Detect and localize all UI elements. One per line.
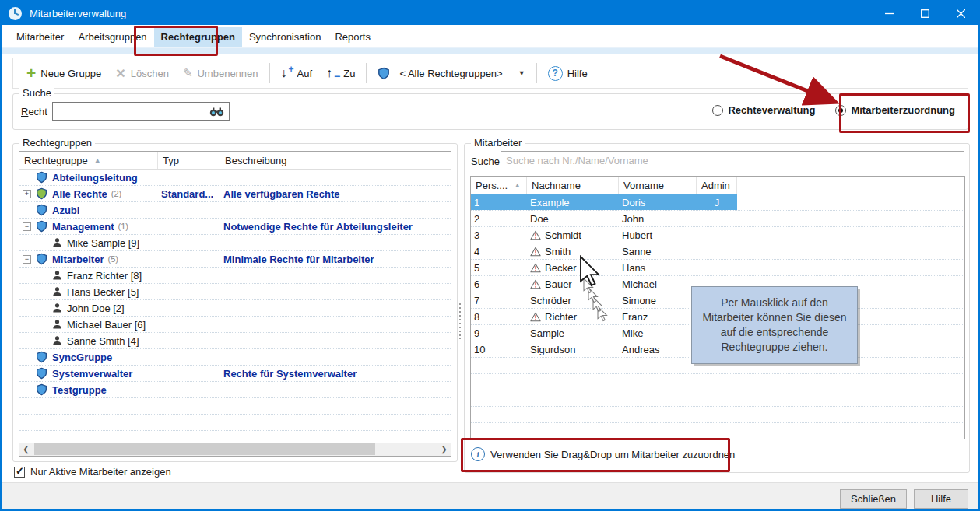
active-only-checkbox-row[interactable]: Nur Aktive Mitarbeiter anzeigen <box>14 466 171 478</box>
tree-row[interactable]: SyncGruppe <box>19 349 451 366</box>
active-only-checkbox-label: Nur Aktive Mitarbeiter anzeigen <box>30 466 171 478</box>
delete-button[interactable]: ✕ Löschen <box>108 63 176 83</box>
minus-mark: − <box>334 70 340 82</box>
employee-nr: 4 <box>471 243 527 259</box>
tree-row[interactable]: Franz Richter [8] <box>19 268 451 284</box>
tree-item-description <box>220 349 451 365</box>
column-header-vorname[interactable]: Vorname <box>619 177 697 194</box>
checkbox-checked-icon[interactable] <box>14 467 25 478</box>
scroll-right-icon[interactable]: ❯ <box>437 443 451 456</box>
employee-row[interactable]: 4SmithSanne <box>471 243 964 260</box>
tree-item-typ <box>158 333 220 348</box>
new-group-label: Neue Gruppe <box>40 68 101 79</box>
tree-row[interactable]: Sanne Smith [4] <box>19 333 451 349</box>
column-header-typ[interactable]: Typ <box>158 152 220 169</box>
column-header-rechtegruppe[interactable]: Rechtegruppe▲ <box>19 152 158 169</box>
tree-item-typ <box>158 202 220 218</box>
scroll-left-icon[interactable]: ❮ <box>19 443 33 456</box>
collapse-icon[interactable]: − <box>23 255 31 264</box>
tree-row[interactable]: Hans Becker [5] <box>19 284 451 300</box>
employee-nr: 7 <box>471 292 527 308</box>
employee-search-input[interactable] <box>501 151 964 170</box>
employee-vorname: John <box>619 211 697 226</box>
arrow-down-plus-icon: ↓ <box>281 66 287 80</box>
warning-icon <box>530 312 541 322</box>
column-header-admin[interactable]: Admin <box>697 177 737 194</box>
collapse-all-button[interactable]: ↑− Zu <box>319 63 362 83</box>
tree-item-label: Abteilungsleitung <box>52 172 138 184</box>
tree-row[interactable]: Abteilungsleitung <box>19 170 451 186</box>
title-bar: Mitarbeiterverwaltung <box>2 2 978 25</box>
collapse-icon[interactable]: − <box>23 222 31 231</box>
rename-button[interactable]: ✎ Umbenennen <box>176 63 265 83</box>
employee-filler <box>737 194 964 210</box>
employee-row[interactable]: 1ExampleDorisJ <box>471 194 964 211</box>
expand-icon[interactable]: + <box>23 190 31 198</box>
horizontal-scrollbar[interactable]: ❮ ❯ <box>19 443 451 456</box>
tree-row[interactable]: +Alle Rechte(2)Standard...Alle verfügbar… <box>19 186 451 202</box>
tree-row[interactable]: Testgruppe <box>19 382 451 398</box>
tree-item-label: Michael Bauer [6] <box>67 319 146 331</box>
column-header-beschreibung[interactable]: Beschreibung <box>220 152 451 169</box>
employee-nachname: Doe <box>527 211 619 226</box>
tree-row[interactable]: Mike Sample [9] <box>19 235 451 251</box>
employee-nachname: Schröder <box>527 292 619 308</box>
warning-icon <box>530 263 541 273</box>
tab-synchronisation[interactable]: Synchronisation <box>242 27 328 47</box>
tree-item-description <box>220 300 451 316</box>
tree-item-label: Alle Rechte <box>52 188 107 200</box>
tree-item-description <box>220 268 451 283</box>
tree-item-description: Notwendige Rechte für Abteilungsleiter <box>220 219 451 234</box>
employee-nachname: Sample <box>527 325 619 341</box>
employee-nr: 6 <box>471 276 527 292</box>
member-count: (1) <box>118 222 128 231</box>
tree-item-typ: Standard... <box>158 186 220 201</box>
person-icon <box>52 270 62 281</box>
close-button[interactable] <box>943 2 978 25</box>
member-count: (5) <box>107 254 118 264</box>
delete-label: Löschen <box>131 68 169 79</box>
tab-reports[interactable]: Reports <box>328 27 378 47</box>
employee-row[interactable]: 3SchmidtHubert <box>471 227 964 243</box>
tree-item-description: Alle verfügbaren Rechte <box>220 186 451 201</box>
panel-splitter-handle[interactable] <box>458 303 462 339</box>
employee-search-label: Suche <box>471 156 500 167</box>
chevron-down-icon: ▼ <box>518 69 525 77</box>
tree-item-description <box>220 284 451 299</box>
recht-search-input[interactable] <box>52 102 230 121</box>
tree-row[interactable]: −Management(1)Notwendige Rechte für Abte… <box>19 219 451 235</box>
employee-row[interactable]: 5BeckerHans <box>471 260 964 276</box>
shield-green-icon <box>36 187 47 200</box>
toolbar-separator <box>366 63 367 83</box>
delete-x-icon: ✕ <box>115 66 125 81</box>
tree-row[interactable]: SystemverwalterRechte für Systemverwalte… <box>19 366 451 382</box>
maximize-button[interactable] <box>907 2 943 25</box>
help-toolbar-button[interactable]: ? Hilfe <box>541 63 595 83</box>
column-header-persnr[interactable]: Pers....▲ <box>471 177 527 194</box>
close-dialog-button[interactable]: Schließen <box>840 489 907 509</box>
tree-row[interactable]: Michael Bauer [6] <box>19 317 451 333</box>
employee-row[interactable]: 2DoeJohn <box>471 211 964 227</box>
tree-row[interactable]: Azubi <box>19 202 451 219</box>
radio-rechteverwaltung[interactable]: Rechteverwaltung <box>712 104 815 116</box>
column-header-filler <box>737 177 964 194</box>
minimize-button[interactable] <box>871 2 907 25</box>
column-header-nachname[interactable]: Nachname <box>527 177 619 194</box>
employee-vorname: Franz <box>619 309 697 324</box>
shield-blue-icon <box>36 383 47 396</box>
group-filter-dropdown[interactable]: < Alle Rechtegruppen> ▼ <box>371 63 532 83</box>
instruction-callout-text: Per Mausklick auf den Mitarbeiter können… <box>698 296 851 355</box>
employee-nachname: Becker <box>527 260 619 275</box>
new-group-button[interactable]: + Neue Gruppe <box>19 63 108 83</box>
tab-mitarbeiter[interactable]: Mitarbeiter <box>9 27 71 47</box>
tree-row[interactable]: John Doe [2] <box>19 300 451 317</box>
employee-nachname: Bauer <box>527 276 619 292</box>
expand-all-button[interactable]: ↓+ Auf <box>274 63 320 83</box>
employee-filler <box>737 243 964 259</box>
tree-row[interactable]: −Mitarbeiter(5)Minimale Rechte für Mitar… <box>19 251 451 268</box>
scrollbar-thumb[interactable] <box>34 443 375 455</box>
employee-nr: 5 <box>471 260 527 275</box>
help-dialog-button[interactable]: Hilfe <box>914 489 968 509</box>
employee-filler <box>737 211 964 226</box>
groups-legend: Rechtegruppen <box>19 137 95 149</box>
